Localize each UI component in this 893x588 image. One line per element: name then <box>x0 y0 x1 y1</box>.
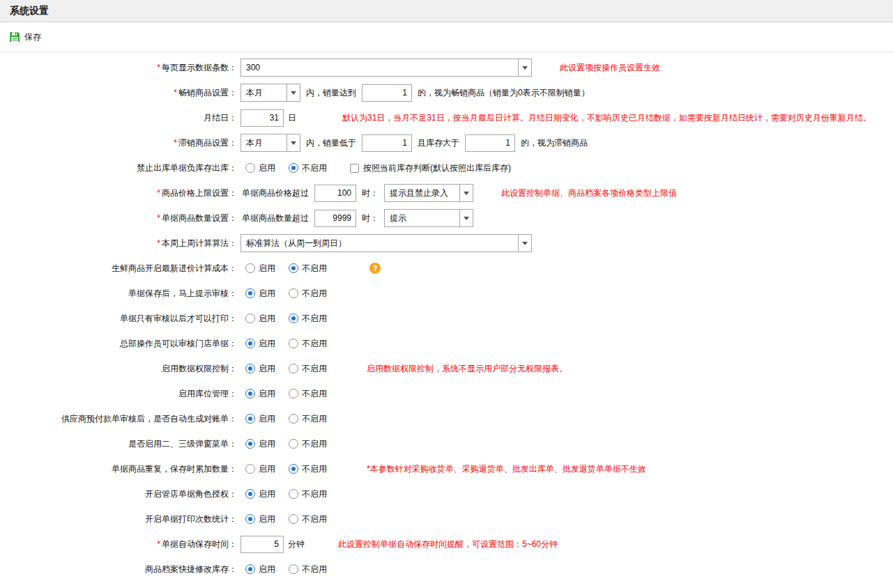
page-size-select[interactable]: 300 <box>241 59 532 77</box>
enable-radio[interactable]: 启用 <box>245 288 275 300</box>
help-question-icon[interactable]: ? <box>369 263 381 274</box>
chevron-down-icon[interactable] <box>287 134 300 151</box>
radio-circle-icon <box>289 414 298 424</box>
combo-value: 提示 <box>385 212 459 224</box>
disable-radio[interactable]: 不启用 <box>289 313 327 325</box>
radio-label: 启用 <box>259 162 275 174</box>
radio-label: 启用 <box>259 288 275 300</box>
radio-label: 不启用 <box>302 263 327 274</box>
disable-radio[interactable]: 不启用 <box>289 513 327 525</box>
autosave-minutes-input[interactable] <box>241 536 284 553</box>
chevron-down-icon[interactable] <box>459 210 473 226</box>
inline-text: 且库存大于 <box>418 137 459 149</box>
enable-radio[interactable]: 启用 <box>245 463 275 475</box>
radio-circle-icon <box>245 314 255 323</box>
radio-circle-icon <box>245 514 255 524</box>
field-label: 月结日： <box>204 113 237 123</box>
field-label: 每页显示数据条数： <box>162 63 237 72</box>
enable-radio[interactable]: 启用 <box>245 162 275 174</box>
checkbox-label: 按照当前库存判断(默认按照出库后库存) <box>363 162 511 174</box>
radio-circle-icon <box>289 314 298 323</box>
combo-value: 本月 <box>241 137 287 149</box>
field-note: 此设置控制单据、商品档案各项价格类型上限值 <box>501 187 677 199</box>
settings-form: *每页显示数据条数： 300 此设置项按操作员设置生效 *畅销商品设置： 本月 … <box>0 52 893 582</box>
fresh-cost-radio-group: 启用 不启用 <box>245 263 340 274</box>
radio-circle-icon <box>289 288 298 298</box>
enable-radio[interactable]: 启用 <box>245 564 275 575</box>
required-asterisk: * <box>157 238 160 248</box>
month-end-day-input[interactable] <box>241 109 284 127</box>
slow-stock-threshold-input[interactable] <box>465 134 515 152</box>
enable-radio[interactable]: 启用 <box>245 363 275 375</box>
inline-text: 的，视为畅销商品（销量为0表示不限制销量） <box>418 87 590 99</box>
quantity-limit-action-select[interactable]: 提示 <box>384 209 473 227</box>
price-limit-action-select[interactable]: 提示且禁止录入 <box>384 184 473 202</box>
disable-radio[interactable]: 不启用 <box>289 388 327 400</box>
week-algorithm-row: *本周上周计算算法： 标准算法（从周一到周日） <box>0 231 893 256</box>
field-note: 启用数据权限控制，系统不显示用户部分无权限报表。 <box>367 363 567 375</box>
hq-audit-row: 总部操作员可以审核门店单据： 启用 不启用 <box>0 331 893 356</box>
chevron-down-icon[interactable] <box>459 185 473 201</box>
radio-circle-icon <box>245 489 255 499</box>
warehouse-location-radio-group: 启用 不启用 <box>245 388 340 400</box>
field-label: 启用数据权限控制： <box>162 364 237 373</box>
quantity-limit-input[interactable] <box>314 210 356 227</box>
radio-label: 不启用 <box>302 413 327 425</box>
toolbar: 保存 <box>0 22 893 52</box>
price-limit-input[interactable] <box>314 185 356 202</box>
combo-value: 标准算法（从周一到周日） <box>241 238 518 249</box>
field-label: 单据只有审核以后才可以打印： <box>120 314 237 323</box>
chevron-down-icon[interactable] <box>518 235 531 252</box>
slow-period-select[interactable]: 本月 <box>241 134 300 152</box>
chevron-down-icon[interactable] <box>518 59 531 76</box>
radio-label: 不启用 <box>302 338 327 350</box>
warehouse-location-row: 启用库位管理： 启用 不启用 <box>0 381 893 406</box>
field-label: 供应商预付款单审核后，是否自动生成对账单： <box>61 414 237 424</box>
radio-circle-icon <box>245 339 255 348</box>
disable-radio[interactable]: 不启用 <box>289 488 327 500</box>
radio-circle-icon <box>245 414 255 424</box>
disable-radio[interactable]: 不启用 <box>289 363 327 375</box>
week-algorithm-select[interactable]: 标准算法（从周一到周日） <box>241 234 532 252</box>
negative-stock-row: 禁止出库单据负库存出库： 启用 不启用 按照当前库存判断(默认按照出库后库存) <box>0 155 893 180</box>
enable-radio[interactable]: 启用 <box>245 488 275 500</box>
enable-radio[interactable]: 启用 <box>245 338 275 350</box>
chevron-down-icon[interactable] <box>287 84 300 101</box>
store-role-auth-row: 开启管店单据角色授权： 启用 不启用 <box>0 481 893 506</box>
disable-radio[interactable]: 不启用 <box>289 162 327 174</box>
enable-radio[interactable]: 启用 <box>245 263 275 274</box>
quick-stock-edit-row: 商品档案快捷修改库存： 启用 不启用 <box>0 557 893 582</box>
enable-radio[interactable]: 启用 <box>245 513 275 525</box>
disable-radio[interactable]: 不启用 <box>289 263 327 274</box>
disable-radio[interactable]: 不启用 <box>289 463 327 475</box>
disable-radio[interactable]: 不启用 <box>289 338 327 350</box>
radio-label: 不启用 <box>302 288 327 300</box>
disable-radio[interactable]: 不启用 <box>289 413 327 425</box>
checkbox-icon <box>350 164 359 173</box>
enable-radio[interactable]: 启用 <box>245 413 275 425</box>
field-label: 商品价格上限设置： <box>162 188 237 198</box>
save-button-label: 保存 <box>24 31 41 43</box>
inline-text: 的，视为滞销商品 <box>521 137 588 149</box>
inline-text: 内，销量达到 <box>306 87 356 99</box>
print-after-audit-radio-group: 启用 不启用 <box>245 313 340 325</box>
disable-radio[interactable]: 不启用 <box>289 438 327 450</box>
disable-radio[interactable]: 不启用 <box>289 564 327 575</box>
radio-circle-icon <box>289 389 298 399</box>
enable-radio[interactable]: 启用 <box>245 313 275 325</box>
hot-period-select[interactable]: 本月 <box>241 84 300 102</box>
enable-radio[interactable]: 启用 <box>245 438 275 450</box>
radio-circle-icon <box>245 389 255 399</box>
slow-sales-threshold-input[interactable] <box>362 134 412 152</box>
field-label: 滞销商品设置： <box>178 138 237 148</box>
disable-radio[interactable]: 不启用 <box>289 288 327 300</box>
radio-label: 启用 <box>259 263 275 274</box>
audit-prompt-row: 单据保存后，马上提示审核： 启用 不启用 <box>0 281 893 306</box>
required-asterisk: * <box>157 188 160 198</box>
hot-sales-threshold-input[interactable] <box>362 84 412 102</box>
current-stock-checkbox[interactable]: 按照当前库存判断(默认按照出库后库存) <box>350 162 511 174</box>
enable-radio[interactable]: 启用 <box>245 388 275 400</box>
inline-text: 时： <box>362 212 379 224</box>
radio-circle-icon <box>289 439 298 449</box>
save-button[interactable]: 保存 <box>9 31 41 43</box>
